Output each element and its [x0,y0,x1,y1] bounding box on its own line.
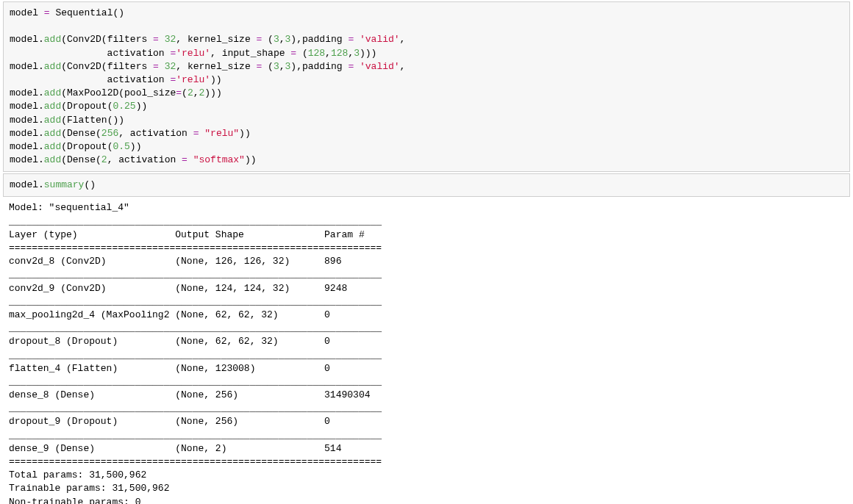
code-token: add [44,61,61,72]
code-token: 256 [101,128,118,139]
code-token: Sequential() [50,7,124,18]
code-token [159,61,165,72]
code-token: 0.25 [113,101,135,112]
code-token: add [44,128,61,139]
code-token: , [279,61,285,72]
code-token: , input_shape [210,48,290,59]
code-token: (Dropout( [61,101,113,112]
code-token: ),padding [290,61,348,72]
code-token: 0.5 [113,141,129,152]
code-token: , [325,48,331,59]
code-token: add [44,87,61,98]
code-token: (Dense( [61,154,101,165]
code-token: 128 [331,48,348,59]
code-token: ))) [204,87,221,98]
code-token [159,34,165,45]
code-token: , [279,34,285,45]
code-token: model. [10,128,44,139]
code-token: )) [239,128,251,139]
code-token: activation [10,48,170,59]
code-cell-1[interactable]: model = Sequential() model.add(Conv2D(fi… [3,1,850,172]
code-token: model. [10,61,44,72]
code-token: ( [296,48,308,59]
code-token: model. [10,101,44,112]
code-token: 'relu' [176,74,210,85]
code-token: (Dropout( [61,141,113,152]
code-token: = [44,7,50,18]
code-token: , [193,87,199,98]
code-token: (Conv2D(filters [61,34,153,45]
code-token: , activation [107,154,182,165]
code-token: model. [10,34,44,45]
code-token: 'valid' [360,34,400,45]
code-token: , kernel_size [176,34,256,45]
code-token: model. [10,141,44,152]
code-token: add [44,115,61,126]
code-token: model. [10,179,44,190]
code-token [354,34,360,45]
code-token: , [400,34,406,45]
code-token: 3 [354,48,360,59]
code-token: = [176,87,182,98]
code-token [354,61,360,72]
code-token: )) [136,101,148,112]
code-token: )) [130,141,142,152]
code-token: model. [10,115,44,126]
code-token: ))) [360,48,376,59]
code-token: "relu" [204,128,239,139]
code-token: 2 [101,154,107,165]
code-token: 3 [274,61,279,72]
code-token: )) [245,154,257,165]
code-token: )) [210,74,222,85]
code-token: 128 [308,48,325,59]
code-token: (Dense( [61,128,101,139]
code-token: (Flatten()) [61,115,124,126]
code-token: ( [182,87,188,98]
code-token: add [44,101,61,112]
code-token: = [153,61,159,72]
code-token: ( [262,34,274,45]
code-token: "softmax" [193,154,245,165]
code-token: activation [10,74,170,85]
code-token: model [10,7,44,18]
code-token: add [44,34,61,45]
code-token: 2 [188,87,193,98]
code-token: , [400,61,406,72]
code-token: add [44,141,61,152]
code-token: add [44,154,61,165]
code-token: = [182,154,188,165]
code-token: () [84,179,96,190]
code-token: , [348,48,354,59]
code-token: (MaxPool2D(pool_size [61,87,176,98]
code-token: 32 [165,34,176,45]
code-token [188,154,193,165]
code-token: summary [44,179,85,190]
code-token: 32 [165,61,176,72]
code-token: 'valid' [360,61,400,72]
code-token: = [153,34,159,45]
code-token: model. [10,154,44,165]
code-token: ( [262,61,274,72]
code-token: , kernel_size [176,61,256,72]
code-token: model. [10,87,44,98]
code-token: ),padding [290,34,348,45]
code-token: 3 [274,34,279,45]
code-cell-2[interactable]: model.summary() [3,173,850,197]
code-token: = [290,48,296,59]
output-cell: Model: "sequential_4" __________________… [3,198,850,504]
code-token: , activation [118,128,193,139]
code-token: (Conv2D(filters [61,61,153,72]
code-token: 'relu' [176,48,210,59]
